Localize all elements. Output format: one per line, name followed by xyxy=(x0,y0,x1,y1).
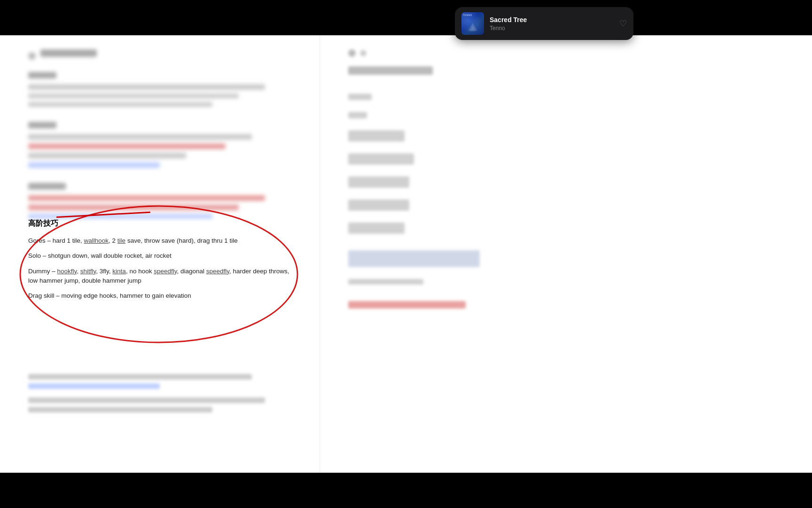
music-info: Sacred Tree Tenno xyxy=(490,16,615,32)
album-art: TENNO xyxy=(461,12,484,35)
dummy-hookfly-link[interactable]: hookfly xyxy=(57,268,77,275)
gores-text-after: save, throw save (hard), drag thru 1 til… xyxy=(125,237,238,244)
dummy-kinta-link[interactable]: kinta xyxy=(112,268,126,275)
solo-text: Solo – shotgun down, wall double rocket,… xyxy=(28,252,172,259)
album-art-label: TENNO xyxy=(463,14,472,16)
right-panel xyxy=(320,35,812,473)
heart-icon[interactable]: ♡ xyxy=(619,18,627,29)
dummy-line: Dummy – hookfly, shitfly, 3fly, kinta, n… xyxy=(28,267,310,286)
dummy-sep1: , xyxy=(77,268,80,275)
dummy-speedfly1-link[interactable]: speedfly xyxy=(154,268,177,275)
dummy-speedfly2-link[interactable]: speedfly xyxy=(206,268,229,275)
dummy-sep2: , 3fly, xyxy=(96,268,112,275)
gores-tile-link[interactable]: tile xyxy=(117,237,125,244)
gores-wallhook-link[interactable]: wallhook xyxy=(84,237,109,244)
dummy-shitfly-link[interactable]: shitfly xyxy=(80,268,96,275)
dummy-sep3: , no hook xyxy=(126,268,154,275)
left-panel: 高阶技巧 Gores – hard 1 tile, wallhook, 2 ti… xyxy=(0,35,320,473)
main-content: 高阶技巧 Gores – hard 1 tile, wallhook, 2 ti… xyxy=(0,35,812,473)
bottom-bar xyxy=(0,473,812,508)
gores-line: Gores – hard 1 tile, wallhook, 2 tile sa… xyxy=(28,236,310,246)
top-bar xyxy=(0,0,812,35)
dummy-text-before: Dummy – xyxy=(28,268,57,275)
drag-text: Drag skill – moving edge hooks, hammer t… xyxy=(28,292,191,299)
blurred-top xyxy=(0,35,320,219)
music-title: Sacred Tree xyxy=(490,16,615,24)
solo-line: Solo – shotgun down, wall double rocket,… xyxy=(28,251,310,261)
music-notification: TENNO Sacred Tree Tenno ♡ xyxy=(455,7,633,40)
clear-section: 高阶技巧 Gores – hard 1 tile, wallhook, 2 ti… xyxy=(28,219,310,306)
section-heading: 高阶技巧 xyxy=(28,219,310,229)
gores-text-before: Gores – hard 1 tile, xyxy=(28,237,84,244)
music-artist: Tenno xyxy=(490,25,615,32)
drag-line: Drag skill – moving edge hooks, hammer t… xyxy=(28,291,310,301)
blurred-bottom xyxy=(0,374,320,473)
dummy-sep4: , diagonal xyxy=(177,268,206,275)
gores-text-mid: , 2 xyxy=(109,237,117,244)
